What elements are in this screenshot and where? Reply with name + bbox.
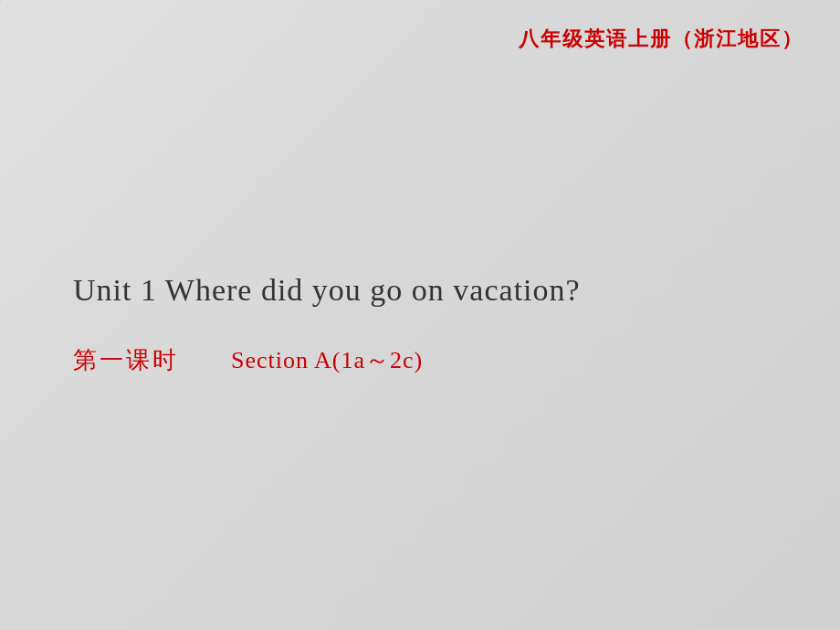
slide: 八年级英语上册（浙江地区） Unit 1 Where did you go on… — [0, 0, 840, 630]
section-label-cn: 第一课时 — [73, 347, 179, 373]
section-label-en: Section A(1a～2c) — [231, 347, 423, 373]
unit-title: Unit 1 Where did you go on vacation? — [73, 273, 840, 308]
section-label: 第一课时 Section A(1a～2c) — [73, 344, 840, 376]
main-content: Unit 1 Where did you go on vacation? 第一课… — [0, 0, 840, 630]
top-label: 八年级英语上册（浙江地区） — [519, 26, 803, 53]
